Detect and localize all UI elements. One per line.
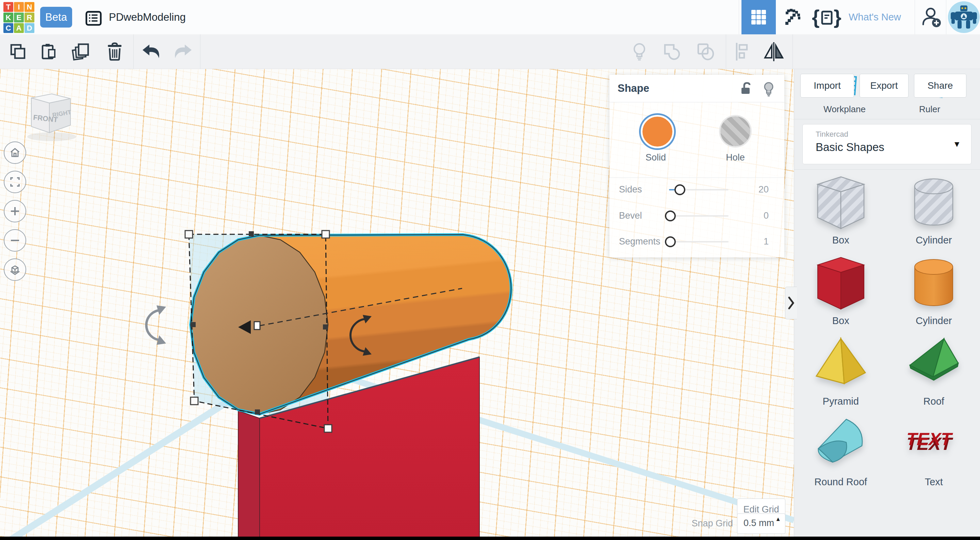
shape-item-round-roof[interactable]: Round Roof xyxy=(794,416,888,488)
group-icon xyxy=(662,42,682,61)
view-cube[interactable]: FRONT RIGHT xyxy=(27,94,76,141)
segments-value: 1 xyxy=(764,236,769,247)
show-all-button[interactable] xyxy=(628,34,651,69)
zoom-in-button[interactable] xyxy=(4,200,26,222)
divider xyxy=(134,34,134,69)
redo-icon xyxy=(172,43,193,60)
duplicate-icon xyxy=(71,42,90,61)
hole-option[interactable] xyxy=(721,116,750,146)
segments-slider-knob[interactable] xyxy=(665,236,676,247)
perspective-toggle-button[interactable] xyxy=(4,259,26,281)
shape-item-text[interactable]: TEXT TEXT Text xyxy=(888,416,980,488)
bevel-value: 0 xyxy=(764,211,769,221)
home-view-button[interactable] xyxy=(4,141,26,164)
lock-icon[interactable] xyxy=(740,82,753,98)
shape-inspector-panel: Shape Solid Hole Sides xyxy=(609,75,784,257)
zoom-out-button[interactable] xyxy=(4,229,26,252)
bevel-slider-knob[interactable] xyxy=(665,211,676,221)
shape-label: Cylinder xyxy=(916,235,952,246)
fit-view-button[interactable] xyxy=(4,171,26,193)
bottom-black-strip xyxy=(0,537,980,540)
beta-badge[interactable]: Beta xyxy=(40,7,72,27)
undo-button[interactable] xyxy=(140,34,163,69)
share-button[interactable]: Share xyxy=(914,74,966,98)
bevel-slider[interactable] xyxy=(669,215,729,217)
group-button[interactable] xyxy=(660,34,684,69)
divider xyxy=(915,0,915,34)
shape-library-dropdown[interactable]: Tinkercad Basic Shapes ▼ xyxy=(802,124,972,164)
mirror-button[interactable] xyxy=(761,34,787,69)
logo-tile: R xyxy=(24,13,34,22)
shape-gallery: Box Cylinder Bo xyxy=(794,174,980,488)
minecraft-pickaxe-button[interactable] xyxy=(780,0,804,34)
snap-grid-label: Snap Grid xyxy=(691,518,733,529)
shape-item-box-solid[interactable]: Box xyxy=(794,255,888,326)
shape-panel-header: Shape xyxy=(609,75,784,102)
codeblocks-button[interactable]: { } xyxy=(809,0,845,34)
bevel-slider-row: Bevel 0 xyxy=(609,209,784,223)
visibility-bulb-icon[interactable] xyxy=(762,82,775,98)
bevel-label: Bevel xyxy=(619,211,642,221)
shape-label: Roof xyxy=(924,396,944,407)
3d-viewport[interactable]: FRONT RIGHT Shape xyxy=(0,69,794,537)
divider xyxy=(792,34,793,69)
mirror-icon xyxy=(763,42,785,61)
paste-icon xyxy=(40,43,57,60)
pickaxe-icon xyxy=(782,8,802,27)
export-button[interactable]: Export xyxy=(859,74,908,98)
hole-label: Hole xyxy=(701,152,769,163)
top-bar: T I N K E R C A D Beta PDwebModeling xyxy=(0,0,980,35)
avatar[interactable] xyxy=(948,2,980,33)
segments-slider[interactable] xyxy=(669,241,729,243)
grid-icon xyxy=(751,10,767,25)
shape-label: Cylinder xyxy=(916,315,952,326)
svg-text:{: { xyxy=(812,7,820,28)
copy-button[interactable] xyxy=(8,34,29,69)
paste-button[interactable] xyxy=(38,34,59,69)
sides-slider-row: Sides 20 xyxy=(609,183,784,197)
codeblocks-icon: { } xyxy=(811,7,843,28)
sides-slider-knob[interactable] xyxy=(675,184,685,195)
import-button[interactable]: Import xyxy=(800,74,854,98)
sides-slider[interactable] xyxy=(669,189,729,191)
snap-grid-select[interactable]: 0.5 mm ▲ xyxy=(737,513,785,534)
dashboard-grid-button[interactable] xyxy=(741,0,776,34)
segments-label: Segments xyxy=(619,236,660,247)
caret-up-icon: ▲ xyxy=(775,516,781,523)
shape-item-cylinder-hole[interactable]: Cylinder xyxy=(888,174,980,246)
divider xyxy=(794,119,980,119)
design-menu-icon[interactable] xyxy=(85,10,102,28)
delete-button[interactable] xyxy=(104,34,125,69)
tinkercad-app: T I N K E R C A D Beta PDwebModeling xyxy=(0,0,980,540)
redo-button[interactable] xyxy=(171,34,195,69)
shape-item-pyramid[interactable]: Pyramid xyxy=(794,335,888,407)
trash-icon xyxy=(106,42,124,61)
design-title[interactable]: PDwebModeling xyxy=(109,0,186,34)
person-add-icon xyxy=(921,7,942,28)
whats-new-link[interactable]: What's New xyxy=(849,0,901,34)
shape-panel-title: Shape xyxy=(617,82,649,95)
shape-item-roof[interactable]: Roof xyxy=(888,335,980,407)
chevron-right-icon xyxy=(788,296,795,310)
shape-item-box-hole[interactable]: Box xyxy=(794,174,888,246)
logo-tile: A xyxy=(14,23,24,33)
copy-icon xyxy=(9,43,27,60)
workplane-label: Workplane xyxy=(804,104,885,114)
logo-tile: T xyxy=(3,2,13,12)
add-user-button[interactable] xyxy=(917,0,945,34)
duplicate-button[interactable] xyxy=(70,34,91,69)
shape-label: Round Roof xyxy=(814,476,867,488)
solid-option[interactable] xyxy=(641,115,674,148)
ungroup-button[interactable] xyxy=(694,34,718,69)
shape-item-cylinder-solid[interactable]: Cylinder xyxy=(888,255,980,326)
divider xyxy=(739,0,739,34)
align-button[interactable] xyxy=(731,34,755,69)
solid-label: Solid xyxy=(622,152,690,163)
sidebar-collapse-tab[interactable] xyxy=(785,287,797,319)
logo-tile: I xyxy=(14,2,24,12)
tinkercad-logo[interactable]: T I N K E R C A D xyxy=(3,2,34,33)
caret-down-icon: ▼ xyxy=(953,140,961,149)
svg-text:}: } xyxy=(834,7,842,28)
logo-tile: D xyxy=(24,23,34,33)
rotate-handle-left[interactable] xyxy=(146,305,166,345)
